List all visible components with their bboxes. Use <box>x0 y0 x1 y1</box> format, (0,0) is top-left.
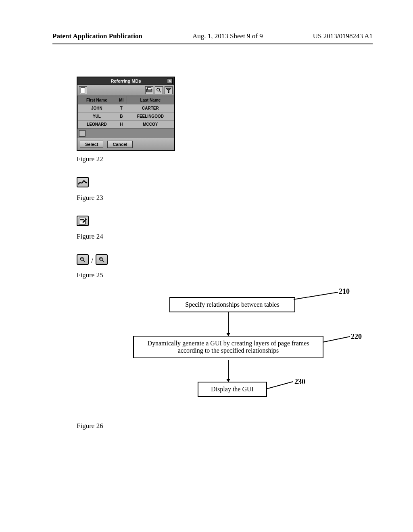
referring-mds-dialog: Referring MDs x <box>77 77 175 151</box>
col-mi[interactable]: MI <box>116 96 127 104</box>
table-row[interactable]: JOHN T CARTER <box>78 104 174 112</box>
cell-last: CARTER <box>127 104 174 112</box>
zoom-in-icon[interactable] <box>96 254 108 265</box>
dialog-title: Referring MDs <box>111 79 141 83</box>
cell-first: JOHN <box>78 104 116 112</box>
ref-220: 220 <box>351 332 362 341</box>
svg-line-16 <box>323 337 350 342</box>
svg-rect-2 <box>148 87 151 90</box>
svg-line-4 <box>159 91 161 92</box>
table-row[interactable]: LEONARD H MCCOY <box>78 121 174 129</box>
scribble-icon[interactable] <box>77 177 89 187</box>
cancel-button[interactable]: Cancel <box>107 141 132 148</box>
svg-line-14 <box>102 260 104 262</box>
flow-step-1: Specify relationships between tables <box>169 297 295 312</box>
table-row[interactable]: YUL B FEELINGOOD <box>78 112 174 121</box>
filter-icon[interactable] <box>165 86 173 94</box>
header-left: Patent Application Publication <box>52 32 142 40</box>
header-right: US 2013/0198243 A1 <box>313 32 373 40</box>
print-icon[interactable] <box>145 86 153 94</box>
flow-step-2: Dynamically generate a GUI by creating l… <box>133 336 323 358</box>
cell-last: FEELINGOOD <box>127 112 174 121</box>
figure-25-icons: / <box>77 254 359 267</box>
cell-first: LEONARD <box>78 121 116 129</box>
lead-line-220 <box>323 336 351 344</box>
ref-230: 230 <box>294 378 305 386</box>
dialog-toolbar <box>77 85 174 96</box>
lead-line-230 <box>266 381 294 391</box>
col-first-name[interactable]: First Name <box>78 96 116 104</box>
figure-23-label: Figure 23 <box>77 194 359 202</box>
figure-26-flowchart: Specify relationships between tables Dyn… <box>133 293 359 422</box>
header-center: Aug. 1, 2013 Sheet 9 of 9 <box>192 32 263 40</box>
lead-line-210 <box>294 291 340 303</box>
svg-line-10 <box>83 260 85 262</box>
new-record-icon[interactable] <box>79 86 87 94</box>
search-icon[interactable] <box>155 86 163 94</box>
dialog-titlebar: Referring MDs x <box>77 77 174 85</box>
figure-24-label: Figure 24 <box>77 233 359 241</box>
select-button[interactable]: Select <box>80 141 103 148</box>
cell-first: YUL <box>78 112 116 121</box>
figure-22-label: Figure 22 <box>77 155 359 163</box>
svg-rect-0 <box>81 87 85 93</box>
close-icon[interactable]: x <box>167 78 173 84</box>
svg-line-15 <box>294 292 338 299</box>
status-icon[interactable] <box>79 130 86 137</box>
cell-mi: B <box>116 112 127 121</box>
separator: / <box>91 257 93 265</box>
arrow-2-3 <box>228 360 229 382</box>
figure-26-label: Figure 26 <box>77 422 359 430</box>
ref-210: 210 <box>339 287 350 296</box>
notepad-icon[interactable] <box>77 216 89 226</box>
cell-mi: H <box>116 121 127 129</box>
svg-line-17 <box>266 382 293 389</box>
figure-25-label: Figure 25 <box>77 271 359 279</box>
mds-table: First Name MI Last Name JOHN T CARTER YU… <box>77 96 174 129</box>
flow-step-3: Display the GUI <box>198 382 267 397</box>
cell-mi: T <box>116 104 127 112</box>
zoom-out-icon[interactable] <box>77 254 89 265</box>
col-last-name[interactable]: Last Name <box>127 96 174 104</box>
svg-point-3 <box>157 88 160 91</box>
page-header: Patent Application Publication Aug. 1, 2… <box>52 32 373 44</box>
arrow-1-2 <box>228 312 229 336</box>
dialog-button-row: Select Cancel <box>77 138 174 150</box>
dialog-statusbar <box>77 129 174 138</box>
cell-last: MCCOY <box>127 121 174 129</box>
